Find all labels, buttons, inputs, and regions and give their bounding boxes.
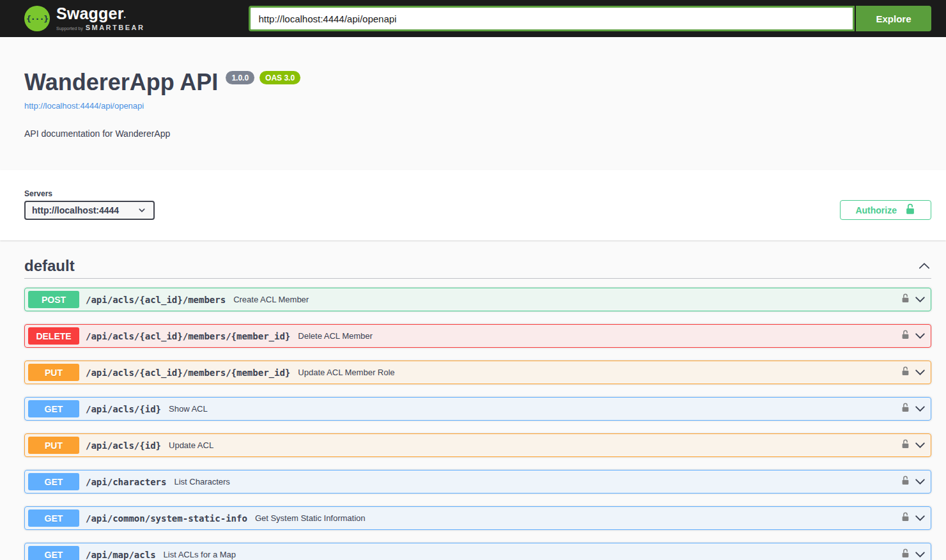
logo-title: Swagger.: [56, 6, 144, 22]
tag-section-header-default[interactable]: default: [24, 257, 931, 279]
operation-row-controls: [901, 329, 927, 343]
servers-select-wrap: http://localhost:4444: [24, 201, 155, 220]
operation-path: /api/map/acls: [86, 550, 156, 560]
authorize-button[interactable]: Authorize: [840, 200, 931, 220]
spec-url-form: Explore: [249, 6, 931, 31]
operation-row-controls: [901, 439, 927, 452]
operations-list: POST /api/acls/{acl_id}/members Create A…: [24, 288, 931, 560]
unlocked-padlock-icon[interactable]: [901, 366, 910, 378]
method-badge: DELETE: [28, 327, 79, 345]
operation-row[interactable]: DELETE /api/acls/{acl_id}/members/{membe…: [24, 324, 931, 348]
operation-summary: Create ACL Member: [233, 295, 309, 304]
swagger-logo[interactable]: {···} Swagger. Supported by SMARTBEAR: [24, 6, 144, 31]
swagger-braces-icon: {···}: [24, 6, 50, 31]
page-title: WandererApp API: [24, 69, 218, 95]
method-badge: POST: [28, 291, 79, 308]
logo-glyph: {···}: [26, 14, 48, 24]
method-badge: PUT: [28, 364, 79, 381]
servers-label: Servers: [24, 189, 155, 198]
authorize-button-label: Authorize: [855, 205, 897, 215]
method-badge: GET: [28, 546, 79, 560]
chevron-down-icon[interactable]: [913, 293, 927, 306]
servers-select[interactable]: http://localhost:4444: [24, 201, 155, 220]
scheme-container: Servers http://localhost:4444 Authorize: [0, 170, 946, 240]
logo-trademark-dot: .: [124, 11, 127, 20]
operation-summary: Update ACL: [169, 440, 213, 450]
method-badge: GET: [28, 509, 79, 527]
chevron-down-icon[interactable]: [913, 402, 927, 416]
unlocked-padlock-icon: [904, 203, 916, 217]
operation-row[interactable]: GET /api/map/acls List ACLs for a Map: [24, 543, 931, 560]
unlocked-padlock-icon[interactable]: [901, 476, 910, 488]
method-badge: PUT: [28, 437, 79, 454]
operation-row[interactable]: GET /api/characters List Characters: [24, 470, 931, 494]
operation-row-controls: [901, 548, 927, 560]
operation-path: /api/acls/{acl_id}/members: [86, 295, 226, 305]
operation-row-controls: [901, 511, 927, 525]
operation-path: /api/acls/{id}: [86, 404, 161, 414]
logo-subtitle-prefix: Supported by: [56, 26, 83, 31]
operation-row[interactable]: GET /api/common/system-static-info Get S…: [24, 506, 931, 530]
chevron-down-icon[interactable]: [913, 439, 927, 452]
tag-section-title: default: [24, 257, 75, 275]
method-badge: GET: [28, 473, 79, 490]
operation-row-controls: [901, 293, 927, 306]
explore-button[interactable]: Explore: [856, 6, 931, 31]
operation-path: /api/common/system-static-info: [86, 513, 247, 524]
operation-row-controls: [901, 475, 927, 488]
operation-summary: List ACLs for a Map: [164, 550, 236, 559]
operations-section: default POST /api/acls/{acl_id}/members …: [0, 257, 946, 560]
operation-path: /api/acls/{acl_id}/members/{member_id}: [86, 368, 290, 378]
chevron-down-icon[interactable]: [913, 475, 927, 488]
api-description: API documentation for WandererApp: [24, 128, 922, 139]
chevron-down-icon[interactable]: [913, 366, 927, 379]
servers-block: Servers http://localhost:4444: [24, 189, 155, 220]
badges: 1.0.0 OAS 3.0: [226, 71, 300, 84]
oas-badge: OAS 3.0: [260, 71, 300, 84]
operation-path: /api/acls/{id}: [86, 440, 161, 451]
operation-summary: Get System Static Information: [255, 513, 366, 523]
operation-path: /api/characters: [86, 477, 166, 487]
unlocked-padlock-icon[interactable]: [901, 330, 910, 342]
operation-path: /api/acls/{acl_id}/members/{member_id}: [86, 331, 290, 341]
topbar: {···} Swagger. Supported by SMARTBEAR Ex…: [0, 0, 946, 37]
unlocked-padlock-icon[interactable]: [901, 439, 910, 451]
operation-row[interactable]: GET /api/acls/{id} Show ACL: [24, 397, 931, 421]
operation-row-controls: [901, 402, 927, 416]
spec-url-input[interactable]: [249, 6, 855, 31]
unlocked-padlock-icon[interactable]: [901, 403, 910, 415]
unlocked-padlock-icon[interactable]: [901, 293, 910, 306]
operation-summary: List Characters: [174, 477, 229, 486]
chevron-down-icon[interactable]: [913, 548, 927, 560]
operation-row[interactable]: PUT /api/acls/{acl_id}/members/{member_i…: [24, 361, 931, 384]
version-badge: 1.0.0: [226, 71, 254, 84]
method-badge: GET: [28, 400, 79, 417]
operation-row[interactable]: POST /api/acls/{acl_id}/members Create A…: [24, 288, 931, 311]
operation-row-controls: [901, 366, 927, 379]
unlocked-padlock-icon[interactable]: [901, 548, 910, 560]
chevron-down-icon[interactable]: [913, 511, 927, 525]
logo-text: Swagger. Supported by SMARTBEAR: [56, 6, 144, 31]
title-row: WandererApp API 1.0.0 OAS 3.0: [24, 69, 922, 95]
logo-subtitle-brand: SMARTBEAR: [86, 24, 145, 31]
info-section: WandererApp API 1.0.0 OAS 3.0 http://loc…: [0, 37, 946, 139]
unlocked-padlock-icon[interactable]: [901, 512, 910, 524]
chevron-down-icon[interactable]: [913, 329, 927, 343]
spec-link[interactable]: http://localhost:4444/api/openapi: [24, 101, 144, 111]
operation-summary: Update ACL Member Role: [298, 368, 394, 377]
chevron-up-icon[interactable]: [917, 259, 931, 273]
logo-subtitle: Supported by SMARTBEAR: [56, 24, 144, 31]
operation-summary: Show ACL: [169, 404, 208, 414]
operation-row[interactable]: PUT /api/acls/{id} Update ACL: [24, 433, 931, 457]
operation-summary: Delete ACL Member: [298, 331, 373, 341]
